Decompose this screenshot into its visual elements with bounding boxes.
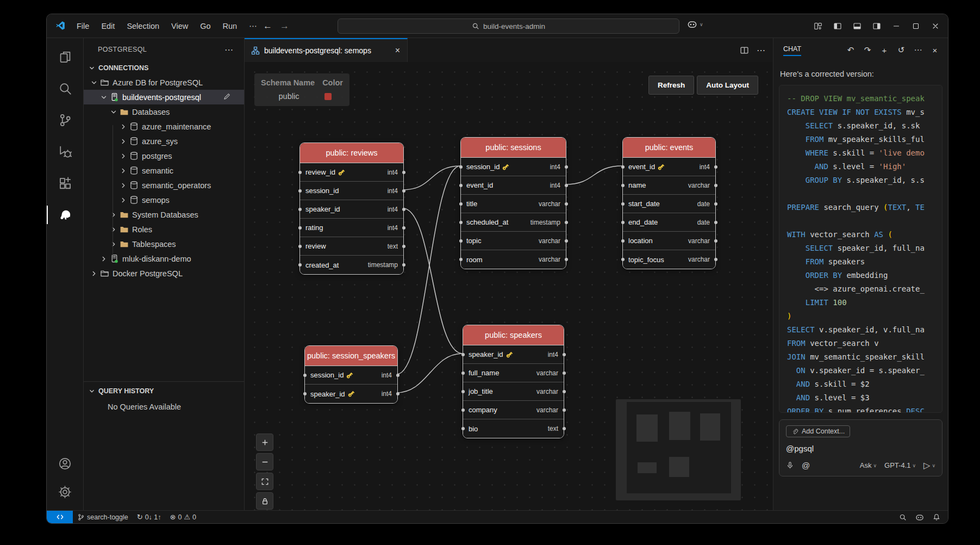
- tree-item-mluk-diskann-demo[interactable]: mluk-diskann-demo: [84, 251, 244, 266]
- mode-dropdown[interactable]: Ask∨: [860, 461, 877, 469]
- more-actions-icon[interactable]: ⋯: [221, 44, 236, 56]
- menu-file[interactable]: File: [71, 20, 95, 33]
- close-icon[interactable]: ×: [394, 46, 402, 55]
- tab-schema-visualization[interactable]: buildevents-postgresql: semops ×: [245, 38, 408, 62]
- minimap-viewport: [627, 402, 731, 493]
- send-button[interactable]: ▷ ∨: [923, 460, 935, 470]
- tree-item-semops[interactable]: semops: [84, 193, 244, 207]
- problems-indicator[interactable]: ⊗ 0 ⚠ 0: [166, 511, 201, 523]
- tree-item-azure-sys[interactable]: azure_sys: [84, 134, 244, 148]
- fit-view-button[interactable]: [256, 473, 273, 490]
- copilot-button[interactable]: ∨: [687, 19, 703, 29]
- chat-tab[interactable]: CHAT: [783, 45, 801, 55]
- notifications-bell[interactable]: [928, 511, 945, 523]
- column-name-label: bio: [469, 425, 478, 433]
- chevron-right-icon: [109, 240, 118, 248]
- more-icon[interactable]: ⋯: [912, 44, 925, 57]
- schema-diagram-canvas[interactable]: Schema Name Color public Refresh Auto La…: [245, 62, 773, 510]
- back-button[interactable]: ←: [263, 21, 272, 32]
- maximize-icon[interactable]: [908, 18, 924, 34]
- mention-icon[interactable]: @: [802, 461, 810, 470]
- activitybar-account[interactable]: [47, 449, 83, 478]
- column-type: int4: [700, 163, 710, 171]
- customize-layout-icon[interactable]: [810, 18, 826, 34]
- minimize-icon[interactable]: [888, 18, 904, 34]
- branch-indicator[interactable]: search-toggle: [73, 511, 133, 523]
- chat-input-value[interactable]: @pgsql: [786, 444, 935, 453]
- code-line: FROM mv_speaker_skills_ful: [787, 133, 942, 146]
- chevron-right-icon: [118, 138, 128, 145]
- activitybar-extensions[interactable]: [47, 168, 83, 199]
- tree-item-system-databases[interactable]: System Databases: [84, 207, 244, 222]
- add-context-button[interactable]: Add Context...: [786, 425, 850, 437]
- new-chat-icon[interactable]: +: [878, 44, 891, 57]
- code-line: AND s.skill = $2: [787, 377, 942, 391]
- remote-indicator[interactable]: [47, 511, 73, 523]
- pencil-icon[interactable]: [223, 92, 231, 101]
- menu-view[interactable]: View: [165, 20, 194, 33]
- menu-go[interactable]: Go: [194, 20, 216, 33]
- panel-right-icon[interactable]: [869, 18, 885, 34]
- tree-item-semantic-operators[interactable]: semantic_operators: [84, 178, 244, 193]
- split-editor-icon[interactable]: [740, 46, 749, 55]
- auto-layout-button[interactable]: Auto Layout: [697, 76, 758, 95]
- menu-edit[interactable]: Edit: [95, 20, 121, 33]
- connection-dot: [621, 184, 625, 187]
- section-query-history[interactable]: QUERY HISTORY: [84, 384, 244, 398]
- tree-item-tablespaces[interactable]: Tablespaces: [84, 237, 244, 251]
- menu-selection[interactable]: Selection: [121, 20, 165, 33]
- zoom-indicator[interactable]: [895, 511, 911, 523]
- tree-item-azure-db-for-postgresql[interactable]: Azure DB for PostgreSQL: [84, 75, 244, 90]
- tree-item-semantic[interactable]: semantic: [84, 163, 244, 178]
- table-events[interactable]: public: eventsevent_idint4namevarcharsta…: [622, 137, 716, 269]
- sync-indicator[interactable]: ↻ 0↓ 1↑: [133, 511, 166, 523]
- table-session_speakers[interactable]: public: session_speakerssession_idint4sp…: [304, 345, 398, 404]
- zoom-in-button[interactable]: [256, 433, 273, 451]
- table-reviews[interactable]: public: reviewsreview_idint4session_idin…: [299, 143, 404, 275]
- history-icon[interactable]: ↺: [895, 44, 908, 57]
- activitybar-settings[interactable]: [47, 478, 83, 506]
- chevron-down-icon: [89, 79, 99, 86]
- tree-item-label: semops: [142, 196, 170, 205]
- activitybar-run-debug[interactable]: [47, 136, 83, 168]
- lock-button[interactable]: [256, 492, 273, 510]
- activitybar-search[interactable]: [47, 73, 83, 104]
- column-name-label: end_date: [628, 218, 658, 226]
- zoom-out-button[interactable]: [256, 453, 273, 470]
- column-type: timestamp: [530, 219, 560, 226]
- microphone-icon[interactable]: [786, 461, 794, 469]
- command-center-search[interactable]: build-events-admin: [338, 18, 679, 34]
- column-name: speaker_id: [469, 350, 514, 358]
- menu-more[interactable]: ⋯: [243, 20, 263, 33]
- redo-icon[interactable]: ↷: [861, 44, 874, 57]
- tree-item-databases[interactable]: Databases: [84, 104, 244, 119]
- section-connections[interactable]: CONNECTIONS: [84, 61, 244, 75]
- close-icon[interactable]: [927, 18, 944, 34]
- table-speakers[interactable]: public: speakersspeaker_idint4full_namev…: [463, 325, 564, 438]
- panel-left-icon[interactable]: [829, 18, 846, 34]
- table-sessions[interactable]: public: sessionssession_idint4event_idin…: [460, 137, 566, 269]
- forward-button[interactable]: →: [280, 21, 289, 32]
- activitybar-source-control[interactable]: [47, 104, 83, 136]
- chat-input-box[interactable]: Add Context... @pgsql @ Ask∨ GPT-4.1∨: [779, 419, 942, 476]
- connection-dot: [396, 374, 400, 377]
- tree-item-docker-postgresql[interactable]: Docker PostgreSQL: [84, 266, 244, 281]
- tree-item-buildevents-postgresql[interactable]: buildevents-postgresql: [84, 90, 244, 104]
- model-dropdown[interactable]: GPT-4.1∨: [884, 461, 916, 469]
- minimap[interactable]: [616, 399, 741, 500]
- activitybar-postgresql[interactable]: [47, 199, 83, 231]
- close-icon[interactable]: ×: [928, 44, 941, 57]
- tree-item-azure-maintenance[interactable]: azure_maintenance: [84, 119, 244, 134]
- copilot-status[interactable]: [911, 511, 928, 523]
- more-actions-icon[interactable]: ⋯: [757, 45, 765, 55]
- tree-item-roles[interactable]: Roles: [84, 222, 244, 237]
- connection-dot: [298, 208, 302, 211]
- refresh-button[interactable]: Refresh: [648, 76, 694, 95]
- panel-bottom-icon[interactable]: [849, 18, 865, 34]
- menu-run[interactable]: Run: [217, 20, 244, 33]
- activitybar-explorer[interactable]: [47, 41, 83, 73]
- code-line: AND s.level = 'High': [787, 160, 942, 174]
- undo-icon[interactable]: ↶: [844, 44, 857, 57]
- database-icon: [128, 151, 139, 160]
- tree-item-postgres[interactable]: postgres: [84, 148, 244, 163]
